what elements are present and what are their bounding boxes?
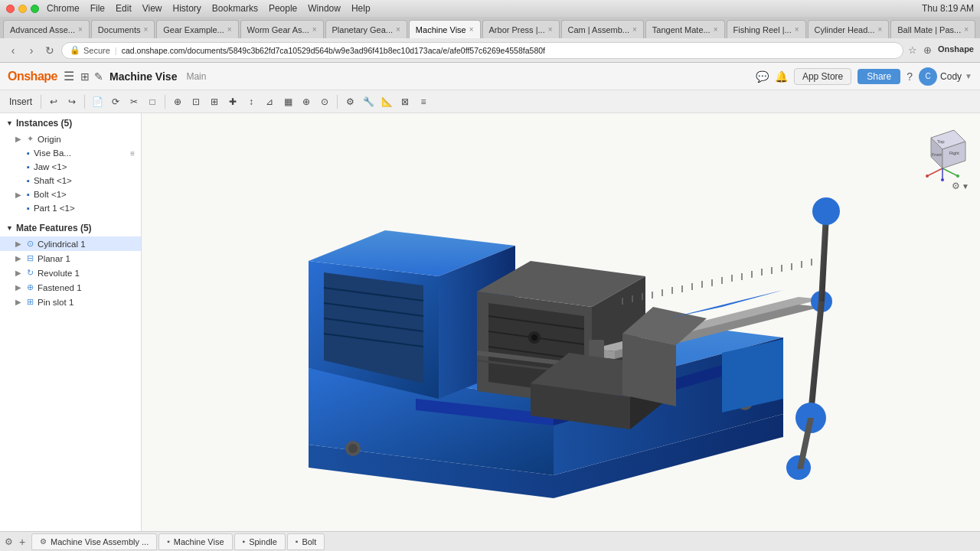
bottom-tab-machine-vise[interactable]: ▪ Machine Vise	[158, 533, 232, 550]
sidebar-item-vise-base[interactable]: ▪ Vise Ba... ≡	[0, 146, 141, 160]
tab-close-2[interactable]: ×	[227, 25, 232, 34]
sidebar-item-jaw[interactable]: ▪ Jaw <1>	[0, 160, 141, 174]
sidebar-item-shaft[interactable]: ▪ Shaft <1>	[0, 174, 141, 187]
tab-ball-mate[interactable]: Ball Mate | Pas... ×	[890, 20, 975, 38]
redo-button[interactable]: ↪	[64, 93, 80, 110]
note-button[interactable]: ⊠	[397, 93, 413, 110]
tab-cylinder-head[interactable]: Cylinder Head... ×	[808, 20, 890, 38]
tab-documents[interactable]: Documents ×	[91, 20, 155, 38]
tab-machine-vise[interactable]: Machine Vise ×	[409, 20, 481, 38]
tab-fishing-reel[interactable]: Fishing Reel |... ×	[727, 20, 806, 38]
tab-arbor-press[interactable]: Arbor Press |... ×	[482, 20, 560, 38]
header-right: 💬 🔔 App Store Share ? C Cody ▼	[756, 67, 972, 86]
mate-features-label: Mate Features (5)	[16, 223, 92, 233]
sidebar-item-cylindrical1[interactable]: ▶ ⊙ Cylindrical 1	[0, 236, 141, 251]
sidebar-item-planar1[interactable]: ▶ ⊟ Planar 1	[0, 251, 141, 266]
back-button[interactable]: ‹	[6, 44, 20, 57]
edit-icon[interactable]: ✎	[94, 70, 103, 83]
minimize-button[interactable]	[18, 5, 27, 13]
view-settings-button[interactable]: ⚙ ▼	[952, 181, 969, 191]
explode-button[interactable]: ⊕	[298, 93, 315, 110]
tab-worm-gear[interactable]: Worm Gear As... ×	[240, 20, 324, 38]
menu-help[interactable]: Help	[351, 3, 371, 14]
bottom-tab-bolt[interactable]: ▪ Bolt	[287, 533, 325, 550]
forward-button[interactable]: ›	[24, 44, 38, 57]
help-button[interactable]: ?	[906, 70, 913, 83]
tab-close-4[interactable]: ×	[396, 25, 400, 34]
extension-icon[interactable]: ⊕	[923, 44, 932, 56]
menu-history[interactable]: History	[173, 3, 201, 14]
traffic-lights[interactable]	[6, 5, 39, 13]
dimension-button[interactable]: 📐	[378, 93, 395, 110]
tab-close-5[interactable]: ×	[469, 25, 474, 34]
hamburger-menu[interactable]: ☰	[64, 69, 74, 83]
bottom-tab-assembly[interactable]: ⚙ Machine Vise Assembly ...	[31, 533, 157, 550]
bom-button[interactable]: ≡	[415, 93, 432, 110]
tab-close-9[interactable]: ×	[795, 25, 799, 34]
add-mate-button[interactable]: ✚	[224, 93, 241, 110]
menu-bookmarks[interactable]: Bookmarks	[212, 3, 258, 14]
reload-button[interactable]: ↻	[43, 44, 57, 57]
insert-button[interactable]: Insert	[5, 93, 37, 110]
tab-close-8[interactable]: ×	[714, 25, 718, 34]
tab-gear-example[interactable]: Gear Example... ×	[156, 20, 238, 38]
tab-close-7[interactable]: ×	[632, 25, 637, 34]
select-button[interactable]: □	[144, 93, 161, 110]
tab-close-3[interactable]: ×	[312, 25, 317, 34]
user-menu[interactable]: C Cody ▼	[919, 67, 972, 86]
sidebar-item-fastened1[interactable]: ▶ ⊕ Fastened 1	[0, 280, 141, 295]
tab-close-6[interactable]: ×	[548, 25, 553, 34]
tab-advanced-asse[interactable]: Advanced Asse... ×	[3, 20, 90, 38]
pattern-button[interactable]: ⊿	[261, 93, 278, 110]
share-button[interactable]: Share	[858, 69, 900, 84]
grid-button[interactable]: ⊡	[188, 93, 204, 110]
add-tab-button[interactable]: +	[15, 534, 30, 549]
tab-close-11[interactable]: ×	[964, 25, 969, 34]
mirror-button[interactable]: ▦	[279, 93, 296, 110]
mate-features-header[interactable]: ▼ Mate Features (5)	[0, 218, 141, 236]
sidebar-item-part1[interactable]: ▪ Part 1 <1>	[0, 201, 141, 215]
maximize-button[interactable]	[31, 5, 39, 13]
sidebar-item-origin[interactable]: ▶ ✦ Origin	[0, 132, 141, 146]
menu-window[interactable]: Window	[308, 3, 341, 14]
instances-header[interactable]: ▼ Instances (5)	[0, 113, 141, 132]
menu-chrome[interactable]: Chrome	[47, 3, 80, 14]
tab-cam[interactable]: Cam | Assemb... ×	[561, 20, 644, 38]
tab-close-10[interactable]: ×	[877, 25, 882, 34]
grid-icon[interactable]: ⊞	[80, 70, 90, 83]
close-button[interactable]	[6, 5, 15, 13]
new-part-button[interactable]: 📄	[89, 93, 106, 110]
menu-view[interactable]: View	[142, 3, 162, 14]
menu-edit[interactable]: Edit	[116, 3, 132, 14]
chat-icon[interactable]: 💬	[756, 70, 769, 83]
sidebar-item-pinslot1[interactable]: ▶ ⊞ Pin slot 1	[0, 295, 141, 309]
bolt-tab-label: Bolt	[302, 537, 316, 546]
tab-planetary[interactable]: Planetary Gea... ×	[325, 20, 407, 38]
move-button[interactable]: ↕	[243, 93, 260, 110]
align-button[interactable]: ⊞	[206, 93, 223, 110]
3d-viewport[interactable]: Top Front Right ⚙ ▼	[142, 113, 980, 531]
menu-file[interactable]: File	[90, 3, 105, 14]
bottom-tab-spindle[interactable]: ▪ Spindle	[234, 533, 286, 550]
bookmark-star-icon[interactable]: ☆	[908, 44, 917, 56]
tab-close-0[interactable]: ×	[78, 25, 83, 34]
cut-button[interactable]: ✂	[126, 93, 142, 110]
undo-button[interactable]: ↩	[45, 93, 62, 110]
notification-icon[interactable]: 🔔	[775, 70, 788, 83]
sidebar-item-bolt[interactable]: ▶ ▪ Bolt <1>	[0, 187, 141, 201]
tab-close-1[interactable]: ×	[143, 25, 148, 34]
measure-button[interactable]: ⚙	[341, 93, 358, 110]
menu-people[interactable]: People	[269, 3, 297, 14]
rotate-button[interactable]: ⟳	[107, 93, 124, 110]
sidebar-item-revolute1[interactable]: ▶ ↻ Revolute 1	[0, 266, 141, 280]
tab-tangent[interactable]: Tangent Mate... ×	[645, 20, 725, 38]
header-tool-icons: ⊞ ✎	[80, 70, 103, 83]
animate-button[interactable]: ⊙	[316, 93, 333, 110]
bottom-settings-icon[interactable]: ⚙	[5, 536, 13, 547]
address-field[interactable]: 🔒 Secure | cad.onshape.com/documents/584…	[61, 42, 903, 59]
snap-button[interactable]: ⊕	[169, 93, 186, 110]
os-menu: Chrome File Edit View History Bookmarks …	[47, 3, 922, 14]
view-cube[interactable]: Top Front Right	[916, 122, 969, 176]
section-button[interactable]: 🔧	[360, 93, 377, 110]
appstore-button[interactable]: App Store	[794, 68, 851, 85]
